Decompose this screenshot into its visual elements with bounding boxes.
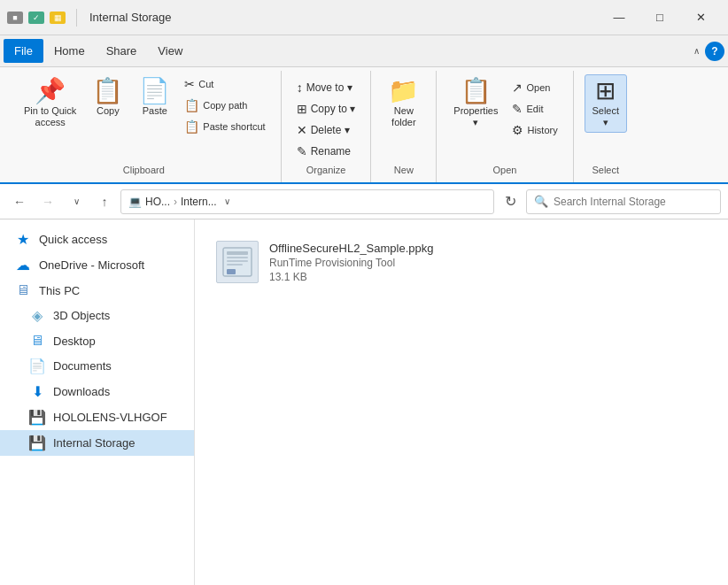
svg-rect-3 bbox=[227, 260, 248, 262]
breadcrumb-bar[interactable]: 💻 HO... › Intern... ∨ bbox=[120, 189, 494, 214]
copypath-label: Copy path bbox=[203, 100, 247, 111]
delete-icon: ✕ bbox=[297, 123, 307, 137]
moveto-label: Move to ▾ bbox=[306, 81, 352, 94]
forward-button[interactable]: → bbox=[35, 189, 60, 214]
sidebar-item-internalstorage[interactable]: 💾 Internal Storage bbox=[0, 430, 194, 456]
breadcrumb-dropdown-arrow[interactable]: ∨ bbox=[224, 196, 230, 206]
title-icon-2: ✓ bbox=[28, 12, 44, 24]
ribbon-group-open: 📋 Properties▾ ↗ Open ✎ Edit ⚙ History Op… bbox=[437, 71, 573, 182]
menu-bar-right: ∧ ? bbox=[693, 42, 724, 61]
menu-file[interactable]: File bbox=[4, 39, 43, 63]
copyto-label: Copy to ▾ bbox=[311, 103, 356, 115]
paste-icon: 📄 bbox=[139, 79, 170, 104]
menu-view[interactable]: View bbox=[147, 39, 193, 63]
file-info: OfflineSecureHL2_Sample.ppkg RunTime Pro… bbox=[269, 242, 434, 283]
svg-rect-1 bbox=[227, 251, 248, 255]
newfolder-label: Newfolder bbox=[391, 105, 416, 128]
internalstorage-icon: 💾 bbox=[28, 435, 46, 451]
hololens-icon: 💾 bbox=[28, 409, 46, 426]
cut-label: Cut bbox=[198, 79, 213, 89]
svg-rect-5 bbox=[227, 269, 236, 274]
onedrive-label: OneDrive - Microsoft bbox=[39, 258, 144, 272]
history-icon: ⚙ bbox=[512, 123, 523, 137]
ribbon-newfolder-button[interactable]: 📁 Newfolder bbox=[382, 74, 425, 133]
sidebar-item-3dobjects[interactable]: ◈ 3D Objects bbox=[0, 303, 194, 328]
thispc-icon: 🖥 bbox=[14, 282, 32, 298]
ribbon-open-buttons: 📋 Properties▾ ↗ Open ✎ Edit ⚙ History bbox=[447, 74, 561, 161]
onedrive-icon: ☁ bbox=[14, 257, 32, 273]
ribbon-copyto-button[interactable]: ⊞ Copy to ▾ bbox=[292, 99, 360, 119]
documents-label: Documents bbox=[53, 359, 112, 373]
ribbon-open-button[interactable]: ↗ Open bbox=[507, 78, 561, 97]
svg-rect-2 bbox=[227, 257, 248, 258]
breadcrumb-drive-label: HO... bbox=[145, 196, 170, 208]
ribbon-open-small: ↗ Open ✎ Edit ⚙ History bbox=[507, 74, 561, 140]
ribbon-cut-button[interactable]: ✂ Cut bbox=[180, 74, 269, 94]
menu-share[interactable]: Share bbox=[96, 39, 148, 63]
newfolder-icon: 📁 bbox=[388, 79, 419, 104]
close-button[interactable]: ✕ bbox=[680, 0, 721, 35]
menu-bar: File Home Share View ∧ ? bbox=[0, 35, 728, 67]
clipboard-group-label: Clipboard bbox=[123, 161, 165, 179]
help-button[interactable]: ? bbox=[705, 42, 724, 61]
sidebar-item-quickaccess[interactable]: ★ Quick access bbox=[0, 227, 194, 252]
ribbon-new-buttons: 📁 Newfolder bbox=[382, 74, 425, 161]
address-bar: ← → ∨ ↑ 💻 HO... › Intern... ∨ ↻ 🔍 bbox=[0, 184, 728, 219]
3dobjects-icon: ◈ bbox=[28, 307, 46, 324]
copyto-icon: ⊞ bbox=[297, 102, 307, 116]
thispc-label: This PC bbox=[39, 284, 80, 297]
ribbon-edit-button[interactable]: ✎ Edit bbox=[507, 99, 561, 119]
pasteshortcut-label: Paste shortcut bbox=[203, 121, 265, 132]
sidebar: ★ Quick access ☁ OneDrive - Microsoft 🖥 … bbox=[0, 219, 195, 585]
ribbon-organize-buttons: ↕ Move to ▾ ⊞ Copy to ▾ ✕ Delete ▾ ✎ Ren… bbox=[292, 74, 360, 161]
file-item[interactable]: OfflineSecureHL2_Sample.ppkg RunTime Pro… bbox=[209, 234, 714, 290]
copy-icon: 📋 bbox=[92, 79, 123, 104]
ribbon-group-clipboard: 📌 Pin to Quickaccess 📋 Copy 📄 Paste ✂ Cu… bbox=[7, 71, 282, 182]
breadcrumb-separator-1: › bbox=[174, 196, 177, 208]
recent-locations-button[interactable]: ∨ bbox=[64, 189, 89, 214]
3dobjects-label: 3D Objects bbox=[53, 309, 110, 322]
window-controls[interactable]: — □ ✕ bbox=[599, 0, 721, 35]
file-name: OfflineSecureHL2_Sample.ppkg bbox=[269, 242, 434, 255]
select-icon: ⊞ bbox=[595, 79, 616, 104]
ribbon-delete-button[interactable]: ✕ Delete ▾ bbox=[292, 120, 360, 140]
search-input[interactable] bbox=[554, 196, 713, 208]
back-button[interactable]: ← bbox=[7, 189, 32, 214]
window-title: Internal Storage bbox=[89, 11, 599, 24]
moveto-icon: ↕ bbox=[297, 81, 303, 95]
paste-label: Paste bbox=[143, 105, 167, 117]
quickaccess-icon: ★ bbox=[14, 231, 32, 248]
refresh-button[interactable]: ↻ bbox=[498, 189, 523, 214]
sidebar-item-downloads[interactable]: ⬇ Downloads bbox=[0, 379, 194, 404]
title-bar-icons: ■ ✓ ▦ bbox=[7, 9, 82, 27]
edit-icon: ✎ bbox=[512, 102, 523, 116]
select-group-label: Select bbox=[592, 161, 619, 179]
minimize-button[interactable]: — bbox=[599, 0, 639, 35]
sidebar-item-onedrive[interactable]: ☁ OneDrive - Microsoft bbox=[0, 252, 194, 278]
ribbon-moveto-button[interactable]: ↕ Move to ▾ bbox=[292, 78, 360, 97]
ribbon-rename-button[interactable]: ✎ Rename bbox=[292, 142, 360, 161]
ribbon-collapse-button[interactable]: ∧ bbox=[693, 46, 700, 56]
sidebar-item-thispc[interactable]: 🖥 This PC bbox=[0, 278, 194, 303]
ribbon-copypath-button[interactable]: 📋 Copy path bbox=[180, 96, 269, 115]
search-bar[interactable]: 🔍 bbox=[526, 189, 721, 214]
rename-label: Rename bbox=[311, 145, 351, 158]
menu-home[interactable]: Home bbox=[43, 39, 96, 63]
open-label: Open bbox=[526, 82, 550, 93]
ribbon-pasteshortcut-button[interactable]: 📋 Paste shortcut bbox=[180, 117, 269, 136]
ribbon-copy-button[interactable]: 📋 Copy bbox=[86, 74, 129, 121]
ribbon-properties-button[interactable]: 📋 Properties▾ bbox=[447, 74, 504, 133]
ribbon-select-button[interactable]: ⊞ Select▾ bbox=[585, 74, 627, 133]
ribbon-history-button[interactable]: ⚙ History bbox=[507, 120, 561, 140]
desktop-icon: 🖥 bbox=[28, 333, 46, 349]
ribbon-paste-button[interactable]: 📄 Paste bbox=[133, 74, 176, 121]
sidebar-item-hololens[interactable]: 💾 HOLOLENS-VLHGOF bbox=[0, 404, 194, 430]
sidebar-item-desktop[interactable]: 🖥 Desktop bbox=[0, 328, 194, 353]
properties-icon: 📋 bbox=[461, 79, 492, 104]
up-button[interactable]: ↑ bbox=[92, 189, 117, 214]
copy-label: Copy bbox=[97, 105, 120, 117]
file-thumbnail bbox=[216, 241, 259, 283]
maximize-button[interactable]: □ bbox=[639, 0, 680, 35]
ribbon-pin-button[interactable]: 📌 Pin to Quickaccess bbox=[18, 74, 82, 133]
sidebar-item-documents[interactable]: 📄 Documents bbox=[0, 353, 194, 379]
